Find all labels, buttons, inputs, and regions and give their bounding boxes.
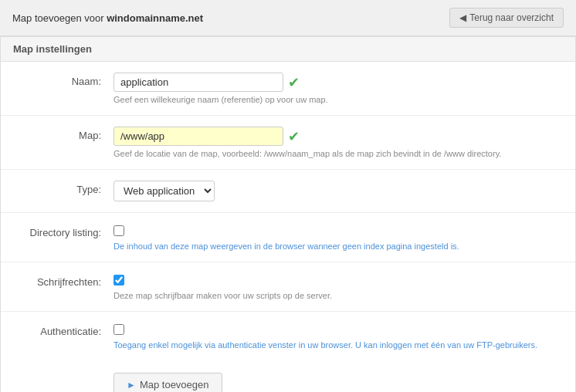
type-label: Type: <box>13 181 114 195</box>
map-input[interactable] <box>114 127 283 146</box>
authenticatie-checkbox[interactable] <box>114 324 124 335</box>
schrijfrechten-hint: Deze map schrijfbaar maken voor uw scrip… <box>114 291 563 300</box>
naam-control: ✔ Geef een willekeurige naam (referentie… <box>114 73 563 104</box>
type-control: Web application Static PHP <box>114 181 563 201</box>
naam-input-group: ✔ <box>114 73 563 92</box>
section-header: Map instellingen <box>1 37 575 62</box>
title-prefix: Map toevoegen voor <box>12 12 107 24</box>
schrijfrechten-control: Deze map schrijfbaar maken voor uw scrip… <box>114 273 563 300</box>
naam-row: Naam: ✔ Geef een willekeurige naam (refe… <box>1 62 575 116</box>
schrijfrechten-row: Schrijfrechten: Deze map schrijfbaar mak… <box>1 262 575 312</box>
directory-checkbox[interactable] <box>114 225 124 236</box>
back-button[interactable]: ◀ Terug naar overzicht <box>449 8 564 28</box>
map-hint: Geef de locatie van de map, voorbeeld: /… <box>114 149 563 158</box>
authenticatie-control: Toegang enkel mogelijk via authenticatie… <box>114 323 563 350</box>
back-button-label: Terug naar overzicht <box>469 12 554 23</box>
submit-button[interactable]: ► Map toevoegen <box>114 373 222 392</box>
map-control: ✔ Geef de locatie van de map, voorbeeld:… <box>114 127 563 158</box>
map-valid-icon: ✔ <box>288 130 300 144</box>
top-bar: Map toevoegen voor windomainname.net ◀ T… <box>0 0 576 36</box>
map-row: Map: ✔ Geef de locatie van de map, voorb… <box>1 116 575 170</box>
page-title: Map toevoegen voor windomainname.net <box>12 12 203 24</box>
directory-label: Directory listing: <box>13 224 114 238</box>
authenticatie-hint: Toegang enkel mogelijk via authenticatie… <box>114 340 563 350</box>
authenticatie-label: Authenticatie: <box>13 323 114 337</box>
schrijfrechten-label: Schrijfrechten: <box>13 273 114 288</box>
directory-control: De inhoud van deze map weergeven in de b… <box>114 224 563 251</box>
page-wrapper: Map toevoegen voor windomainname.net ◀ T… <box>0 0 576 392</box>
directory-hint: De inhoud van deze map weergeven in de b… <box>114 242 563 251</box>
naam-valid-icon: ✔ <box>288 76 300 90</box>
form-body: Naam: ✔ Geef een willekeurige naam (refe… <box>1 62 575 360</box>
submit-arrow-icon: ► <box>127 380 136 390</box>
back-arrow-icon: ◀ <box>459 12 466 23</box>
naam-hint: Geef een willekeurige naam (referentie) … <box>114 95 563 104</box>
type-row: Type: Web application Static PHP <box>1 170 575 213</box>
type-select[interactable]: Web application Static PHP <box>114 181 215 201</box>
submit-row: ► Map toevoegen <box>1 360 575 392</box>
content-area: Map instellingen Naam: ✔ Geef een willek… <box>0 36 576 392</box>
authenticatie-row: Authenticatie: Toegang enkel mogelijk vi… <box>1 312 575 360</box>
map-label: Map: <box>13 127 114 141</box>
naam-label: Naam: <box>13 73 114 87</box>
domain-name: windomainname.net <box>107 12 203 24</box>
directory-row: Directory listing: De inhoud van deze ma… <box>1 213 575 262</box>
map-input-group: ✔ <box>114 127 563 146</box>
naam-input[interactable] <box>114 73 283 92</box>
submit-label: Map toevoegen <box>140 379 209 390</box>
schrijfrechten-checkbox[interactable] <box>114 275 124 286</box>
